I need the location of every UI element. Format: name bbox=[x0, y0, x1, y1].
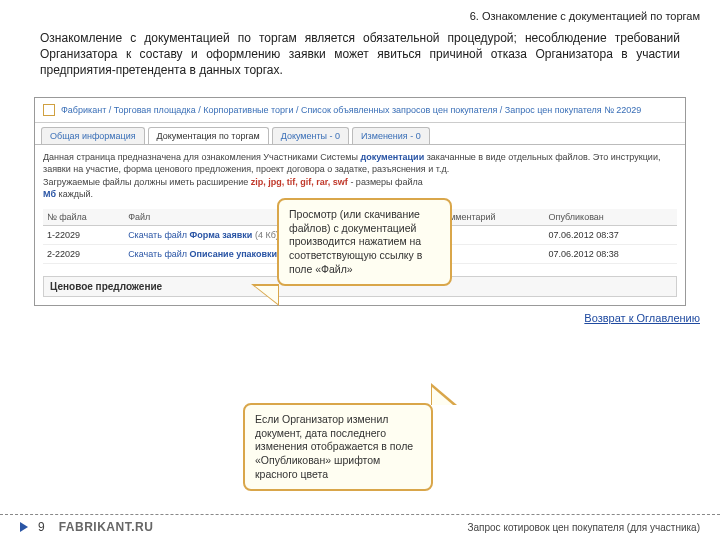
tabs-bar: Общая информация Документация по торгам … bbox=[35, 123, 685, 144]
cell-published: 07.06.2012 08:38 bbox=[545, 244, 677, 263]
file-name: Форма заявки bbox=[190, 230, 253, 240]
breadcrumb-icon bbox=[43, 104, 55, 116]
return-to-toc-link[interactable]: Возврат к Оглавлению bbox=[584, 312, 700, 324]
section-title: 6. Ознакомление с документацией по торга… bbox=[0, 0, 720, 22]
link-prefix: Скачать файл bbox=[128, 230, 189, 240]
breadcrumb-text: Фабрикант / Торговая площадка / Корпорат… bbox=[61, 105, 641, 115]
logo: FABRIKANT.RU bbox=[59, 520, 154, 534]
callout-text: Если Организатор изменил документ, дата … bbox=[255, 413, 413, 480]
download-link[interactable]: Скачать файл Описание упаковки bbox=[128, 249, 277, 259]
page-number: 9 bbox=[38, 520, 45, 534]
desc-p1: Данная страница предназначена для ознако… bbox=[43, 152, 360, 162]
bullet-icon bbox=[20, 522, 28, 532]
desc-p3: Загружаемые файлы должны иметь расширени… bbox=[43, 177, 251, 187]
desc-text: Данная страница предназначена для ознако… bbox=[43, 151, 677, 201]
cell-published: 07.06.2012 08:37 bbox=[545, 225, 677, 244]
tab-documentation[interactable]: Документация по торгам bbox=[148, 127, 269, 144]
return-link-wrap: Возврат к Оглавлению bbox=[0, 306, 720, 326]
desc-p4: - размеры файла bbox=[348, 177, 423, 187]
callout-tail-icon bbox=[251, 284, 279, 306]
callout-file-download: Просмотр (или скачивание файлов) с докум… bbox=[277, 198, 452, 286]
intro-paragraph: Ознакомление с документацией по торгам я… bbox=[0, 22, 720, 89]
link-prefix: Скачать файл bbox=[128, 249, 189, 259]
th-published: Опубликован bbox=[545, 209, 677, 226]
footer-right-text: Запрос котировок цен покупателя (для уча… bbox=[467, 522, 700, 533]
footer: 9 FABRIKANT.RU Запрос котировок цен поку… bbox=[0, 520, 720, 534]
download-link[interactable]: Скачать файл Форма заявки bbox=[128, 230, 252, 240]
tab-changes[interactable]: Изменения - 0 bbox=[352, 127, 430, 144]
cell-num: 2-22029 bbox=[43, 244, 124, 263]
breadcrumb: Фабрикант / Торговая площадка / Корпорат… bbox=[35, 98, 685, 123]
desc-ext: zip, jpg, tif, gif, rar, swf bbox=[251, 177, 348, 187]
logo-suffix: RU bbox=[135, 520, 153, 534]
file-size: (4 Кб) bbox=[255, 230, 279, 240]
tab-documents[interactable]: Документы - 0 bbox=[272, 127, 349, 144]
desc-hl2: Мб bbox=[43, 189, 56, 199]
callout-text: Просмотр (или скачивание файлов) с докум… bbox=[289, 208, 422, 275]
desc-hl1: документации bbox=[360, 152, 424, 162]
cell-num: 1-22029 bbox=[43, 225, 124, 244]
tab-general-info[interactable]: Общая информация bbox=[41, 127, 145, 144]
footer-divider bbox=[0, 514, 720, 515]
file-name: Описание упаковки bbox=[190, 249, 277, 259]
callout-tail-icon bbox=[431, 383, 457, 405]
desc-p5: каждый. bbox=[56, 189, 93, 199]
logo-main: FABRIKANT. bbox=[59, 520, 135, 534]
callout-published-date: Если Организатор изменил документ, дата … bbox=[243, 403, 433, 491]
th-num: № файла bbox=[43, 209, 124, 226]
